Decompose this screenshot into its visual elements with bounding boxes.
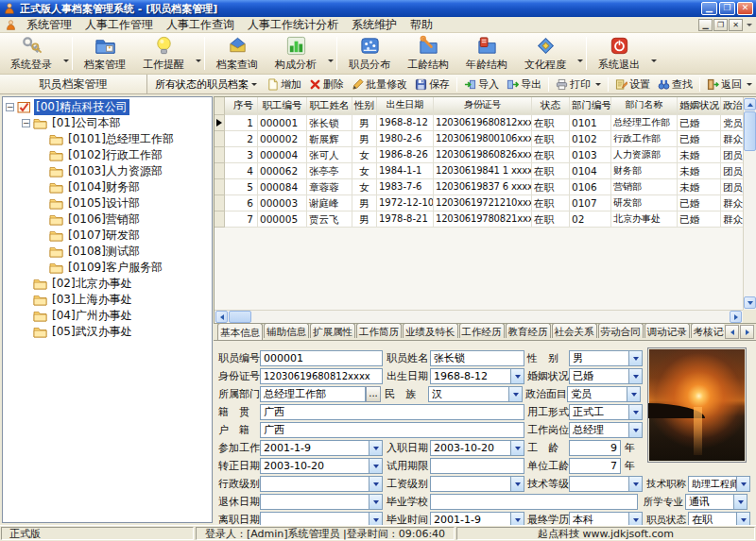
table-row[interactable]: 5000084章蓉蓉女1983-7-612030619837 6 xxxx在职0… (215, 179, 743, 195)
tree-item[interactable]: [0105]设计部 (3, 195, 212, 211)
tab-item[interactable]: 工作简历 (356, 323, 402, 338)
tree-item-label[interactable]: [00]精点科技公司 (34, 99, 129, 115)
toolbar-button-education-level[interactable]: 文化程度 (516, 34, 575, 73)
major-select[interactable]: 通讯 (685, 494, 747, 510)
tree-item[interactable]: [0108]测试部 (3, 244, 212, 260)
marital-select[interactable]: 已婚 (569, 368, 643, 384)
tab-item[interactable]: 业绩及特长 (403, 323, 458, 338)
tree-item[interactable]: [0103]人力资源部 (3, 163, 212, 179)
toolbar-overflow-icon[interactable] (747, 24, 752, 29)
household-input[interactable]: 广西 (260, 422, 524, 438)
regular-date-select[interactable]: 2003-10-20 (260, 458, 383, 474)
tree-collapse-icon[interactable]: − (6, 103, 14, 111)
table-row[interactable]: 3000004张可人女1986-8-2612030619860826xxxx在职… (215, 147, 743, 163)
probation-input[interactable] (430, 458, 524, 474)
close-button[interactable]: ✕ (737, 2, 753, 15)
column-header[interactable]: 职工姓名 (307, 97, 352, 115)
find-button[interactable]: 查找 (654, 76, 696, 93)
menu-item[interactable]: 帮助 (404, 16, 439, 34)
tree-item-label[interactable]: [0101]总经理工作部 (66, 131, 176, 147)
dropdown-arrow-icon[interactable] (628, 351, 642, 365)
id-card-input[interactable]: 12030619680812xxxx (260, 368, 383, 384)
delete-button[interactable]: 删除 (305, 76, 348, 93)
tab-item[interactable]: 考核记录 (691, 323, 725, 338)
toolbar-button-staff-distribution[interactable]: 职员分布 (340, 34, 399, 73)
tab-item[interactable]: 辅助信息 (264, 323, 309, 338)
dropdown-arrow-icon[interactable] (369, 477, 382, 491)
table-row[interactable]: 2000002靳展辉男1980-2-612030619800106xxxx在职0… (215, 131, 743, 147)
tree-item-label[interactable]: [0107]研发部 (66, 228, 142, 244)
settings-button[interactable]: 设置 (611, 76, 654, 93)
export-button[interactable]: 导出 (503, 76, 545, 93)
column-header[interactable]: 性别 (352, 97, 377, 115)
tree-item-label[interactable]: [0108]测试部 (66, 244, 142, 260)
job-position-select[interactable]: 总经理 (569, 422, 643, 438)
employment-type-select[interactable]: 正式工 (569, 404, 643, 420)
status-filter-select[interactable]: 所有状态的职员档案 (153, 76, 259, 93)
dropdown-arrow-icon[interactable] (369, 495, 382, 509)
batch-edit-button[interactable]: 批量修改 (348, 76, 411, 93)
table-row[interactable]: 7000005贾云飞男1978-8-2112030619780821xxxx在职… (215, 211, 743, 228)
tab-item[interactable]: 扩展属性 (310, 323, 355, 338)
dropdown-arrow-icon[interactable] (369, 459, 382, 473)
tree-item[interactable]: [0107]研发部 (3, 228, 212, 244)
tree-item-label[interactable]: [0103]人力资源部 (66, 163, 164, 179)
tree-item-label[interactable]: [05]武汉办事处 (50, 324, 134, 340)
tab-scroll-left-icon[interactable] (725, 325, 739, 339)
back-button[interactable]: 返回 (703, 76, 756, 93)
emp-name-input[interactable]: 张长锁 (430, 350, 524, 366)
toolbar-button-age-structure[interactable]: 年龄结构 (457, 34, 516, 73)
dropdown-arrow-icon[interactable] (736, 513, 749, 525)
political-select[interactable]: 党员 (567, 386, 641, 402)
mdi-minimize-button[interactable]: ▁ (698, 19, 713, 31)
toolbar-button-composition-analysis[interactable]: 构成分析 (266, 34, 325, 73)
mdi-restore-button[interactable]: ❐ (713, 19, 728, 31)
dropdown-arrow-icon[interactable] (628, 513, 642, 525)
tree-item[interactable]: [02]北京办事处 (3, 276, 212, 292)
tree-item[interactable]: [03]上海办事处 (3, 292, 212, 308)
table-row[interactable]: 1000001张长锁男1968-8-1212030619680812xxxx在职… (215, 115, 743, 131)
print-button[interactable]: 打印 (552, 76, 605, 93)
department-browse-button[interactable]: ... (366, 386, 381, 402)
department-input[interactable]: 总经理工作部 (260, 386, 366, 402)
column-header[interactable]: 出生日期 (377, 97, 434, 115)
column-header[interactable]: 部门编号 (570, 97, 611, 115)
tree-item-label[interactable]: [0102]行政工作部 (66, 147, 164, 163)
tree-item[interactable]: [0102]行政工作部 (3, 147, 212, 163)
tab-item[interactable]: 工作经历 (459, 323, 505, 338)
save-button[interactable]: 保存 (411, 76, 454, 93)
toolbar-button-system-exit[interactable]: 系统退出 (590, 34, 648, 73)
dropdown-arrow-icon[interactable] (628, 369, 642, 383)
tab-item[interactable]: 劳动合同 (598, 323, 644, 338)
tab-item[interactable]: 社会关系 (552, 323, 597, 338)
dropdown-arrow-icon[interactable] (510, 513, 524, 525)
tab-item[interactable]: 调动记录 (644, 323, 690, 338)
scroll-up-icon[interactable] (744, 98, 756, 110)
scroll-down-icon[interactable] (744, 296, 756, 309)
tree-item-label[interactable]: [04]广州办事处 (50, 308, 134, 324)
emp-no-input[interactable]: 000001 (260, 350, 383, 366)
dropdown-caret-icon[interactable] (577, 59, 583, 65)
dropdown-arrow-icon[interactable] (628, 405, 642, 419)
dropdown-caret-icon[interactable] (651, 59, 657, 65)
salary-level-select[interactable] (430, 476, 524, 492)
add-button[interactable]: 增加 (263, 76, 305, 93)
dropdown-arrow-icon[interactable] (628, 423, 642, 437)
column-header[interactable]: 状态 (532, 97, 570, 115)
admin-level-select[interactable] (260, 476, 383, 492)
native-place-input[interactable]: 广西 (260, 404, 524, 420)
birth-date-select[interactable]: 1968-8-12 (430, 368, 524, 384)
unit-seniority-input[interactable]: 7 (569, 458, 621, 474)
column-header[interactable]: 职工编号 (258, 97, 307, 115)
vertical-scrollbar[interactable] (743, 97, 756, 310)
vertical-scroll-thumb[interactable] (744, 111, 756, 151)
restore-button[interactable]: ❐ (719, 2, 735, 15)
menu-item[interactable]: 系统管理 (20, 16, 78, 34)
tree-item[interactable]: [0101]总经理工作部 (3, 131, 212, 147)
hire-date-select[interactable]: 2003-10-20 (430, 440, 524, 456)
tree-item-label[interactable]: [02]北京办事处 (50, 276, 134, 292)
dropdown-caret-icon[interactable] (328, 59, 334, 65)
toolbar-button-seniority-structure[interactable]: 工龄结构 (399, 34, 457, 73)
column-header[interactable]: 序号 (225, 97, 258, 115)
grad-date-select[interactable]: 2001-1-9 (430, 512, 524, 525)
